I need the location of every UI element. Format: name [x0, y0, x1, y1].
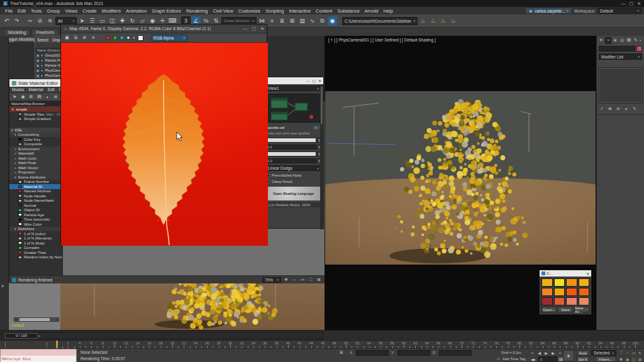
browser-map-item[interactable]: Wire Color — [9, 222, 62, 227]
slate-menu-item[interactable]: Modes — [12, 87, 25, 92]
tab-display-icon[interactable]: ▤ — [626, 37, 632, 44]
osl-browse-icon[interactable]: ▤ — [314, 125, 318, 130]
track-bar-ruler[interactable]: 2468101214161820222426283032343638404244… — [0, 340, 644, 348]
go-to-end-icon[interactable]: » — [557, 349, 563, 356]
slate-pan-icon[interactable]: ✥ — [283, 277, 289, 283]
maxscript-mini-listener[interactable]: MAXScript Mini — [0, 349, 77, 362]
field-of-view-icon[interactable]: ↻ — [637, 349, 643, 356]
tab-hierarchy-icon[interactable]: ≣ — [612, 37, 618, 44]
clipboard-button[interactable]: Save As... — [574, 307, 589, 312]
set-key-button[interactable]: Set K — [577, 356, 589, 362]
browser-group-header[interactable]: ▾OSL — [9, 128, 62, 133]
save-image-icon[interactable]: ▣ — [64, 35, 70, 41]
color-swatch[interactable] — [541, 278, 553, 287]
browser-map-item[interactable]: Greater Than — [9, 250, 62, 255]
menu-item[interactable]: Substance — [335, 8, 362, 14]
project-folder-dropdown[interactable]: C:\Users\carpint\Documents\3dsMax ▾ — [342, 17, 418, 25]
browser-group-header[interactable]: ▾Switchers — [9, 227, 62, 232]
viewport-label[interactable]: [ + ] [ PhysCamera001 ] [ User Defined ]… — [328, 38, 436, 42]
user-account-button[interactable]: ☻ carlos.carpinte... ▾ — [525, 8, 572, 14]
coord-y-field[interactable] — [397, 350, 430, 356]
layout-tabs-arrow-icon[interactable]: ▸ — [2, 283, 4, 288]
browser-map-item[interactable]: Simple TilesMax - OSL — [9, 112, 62, 117]
undo-icon[interactable]: ↶ — [2, 16, 11, 26]
tab-motion-icon[interactable]: ◎ — [619, 37, 625, 44]
set-key-big-button[interactable]: + — [563, 350, 574, 361]
slate-select-icon[interactable]: ➤ — [11, 94, 18, 101]
unlink-selection-icon[interactable]: ⊘ — [35, 16, 45, 26]
render-production-icon[interactable]: ♨ — [438, 16, 448, 26]
zoom-extents-icon[interactable]: ⛶ — [618, 349, 624, 356]
browser-map-item[interactable]: Material ID — [9, 184, 62, 189]
curve-editor-icon[interactable]: ∿ — [308, 16, 317, 26]
menu-item[interactable]: Graph Editors — [150, 8, 184, 14]
pan-viewport-icon[interactable]: ✥ — [618, 356, 624, 362]
slate-assign-material-icon[interactable]: ⊞ — [28, 94, 35, 101]
osl-value-b-field[interactable]: 1.0 — [265, 158, 316, 163]
browser-map-item[interactable]: Normal — [9, 203, 62, 208]
osl-minimize-icon[interactable]: — — [306, 79, 309, 83]
next-frame-icon[interactable]: ▶ — [550, 349, 556, 356]
ribbon-toggle-icon[interactable]: ▤ — [297, 16, 307, 26]
previous-frame-icon[interactable]: ◀ — [536, 349, 542, 356]
clipboard-button[interactable]: Open... — [541, 307, 557, 312]
add-time-tag-button[interactable]: Add Time Tag — [502, 357, 526, 361]
menu-item[interactable]: Help — [381, 8, 396, 14]
color-swatch[interactable] — [579, 297, 590, 305]
menu-item[interactable]: Scripting — [263, 8, 286, 14]
browser-map-item[interactable]: Random Index by Number/Color — [9, 255, 62, 260]
osl-node-graph[interactable] — [265, 94, 321, 123]
maximize-icon[interactable]: ▢ — [630, 1, 634, 6]
menu-item[interactable]: Views — [62, 8, 80, 14]
scene-explorer-toggle-icon[interactable]: ⊞ — [287, 16, 297, 26]
menu-item[interactable]: Create — [80, 8, 99, 14]
color-swatch[interactable] — [566, 278, 577, 287]
selection-lock-icon[interactable]: ⊠ — [340, 350, 343, 355]
select-and-link-icon[interactable]: ∾ — [25, 16, 35, 26]
browser-map-item[interactable]: Simple Gradient — [9, 117, 62, 122]
osl-title-bar[interactable]: — ▢ ✕ — [264, 77, 323, 84]
render-iterative-icon[interactable]: ♨ — [448, 16, 458, 26]
clipboard-button[interactable]: Save — [558, 307, 573, 312]
ribbon-tab[interactable]: Modeling — [4, 29, 30, 35]
slate-pan-zoom-icon[interactable]: ⊞ — [316, 277, 322, 283]
browser-group-header[interactable]: +Projection — [9, 170, 62, 175]
browser-map-item[interactable]: Node Handle — [9, 194, 62, 199]
zoom-viewport-icon[interactable]: ⌕ — [625, 349, 630, 356]
color-swatch[interactable] — [541, 297, 553, 305]
browser-header[interactable]: Material/Map Browser — [9, 101, 62, 106]
color-swatch[interactable] — [566, 288, 577, 296]
next-frame-arrow-icon[interactable]: ▸ — [39, 334, 41, 337]
coord-z-field[interactable] — [439, 350, 472, 356]
rendered-frame-window-icon[interactable]: ♨ — [428, 16, 438, 26]
browser-map-item[interactable]: Composite — [9, 142, 62, 147]
slate-show-end-result-icon[interactable]: ◐ — [44, 94, 51, 101]
menu-item[interactable]: Group — [45, 8, 63, 14]
slate-menu-item[interactable]: Material — [29, 87, 43, 92]
close-icon[interactable]: ✕ — [637, 1, 641, 6]
render-window-title-bar[interactable]: ♨ Map #534, frame 0, Display Gamma: 2.2,… — [61, 25, 267, 33]
browser-map-item[interactable]: Time (seconds) — [9, 217, 62, 222]
browser-map-item[interactable]: Named Attribute — [9, 189, 62, 194]
object-color-swatch[interactable] — [636, 46, 642, 52]
key-mode-toggle-ic icon[interactable]: ◀▶ — [530, 356, 537, 362]
redo-icon[interactable]: ↷ — [12, 16, 21, 26]
browser-map-item[interactable]: Color Key — [9, 137, 62, 142]
color-swatch[interactable] — [554, 288, 565, 296]
browser-map-item[interactable]: 1 of N (filename) — [9, 236, 62, 241]
horizontal-scrollbar[interactable]: ◂ ▸ — [14, 317, 59, 322]
browser-group-header[interactable]: +MaterialX — [9, 151, 62, 156]
time-slider-track[interactable]: 0 / 100 ▸ — [1, 332, 323, 339]
minimize-icon[interactable]: — — [621, 1, 626, 6]
background-color-swatch[interactable] — [138, 35, 143, 41]
browser-group-header[interactable]: +Environment — [9, 146, 62, 151]
workspace-dropdown[interactable]: Default ▾ — [597, 8, 641, 14]
material-editor-icon[interactable]: ◉ — [328, 16, 337, 26]
blue-channel-button[interactable] — [119, 35, 125, 40]
slate-zoom-tool-icon[interactable]: ⌕ — [291, 277, 297, 283]
clone-window-icon[interactable]: ⧉ — [72, 35, 79, 41]
browser-map-item[interactable]: Frame Number — [9, 180, 62, 185]
osl-scrollbar[interactable] — [320, 84, 323, 229]
filters-button[interactable]: Filters... — [595, 356, 616, 362]
color-swatch[interactable] — [579, 288, 590, 296]
